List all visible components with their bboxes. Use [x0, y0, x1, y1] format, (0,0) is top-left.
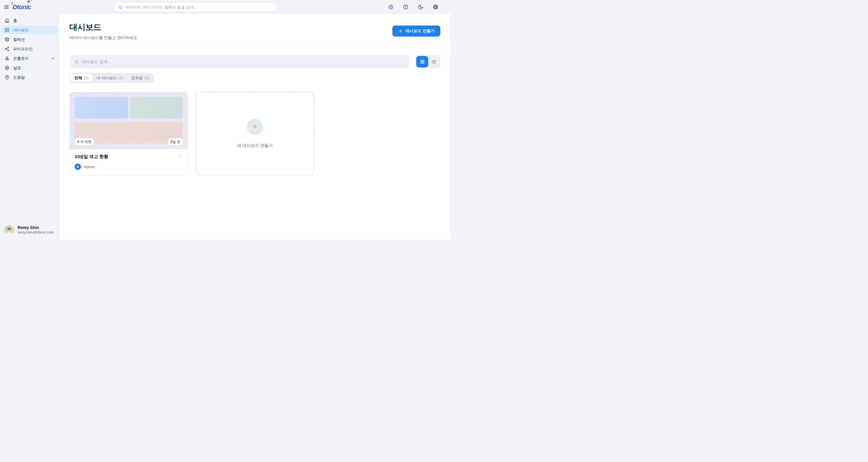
page-subtitle: 데이터 대시보드를 만들고 관리하세요 [69, 35, 440, 40]
create-dashboard-card[interactable]: 새 대시보드 만들기 [195, 92, 314, 175]
filter-tabs: 전체 (1) 내 대시보드 (1) 공유됨 (0) [69, 73, 154, 83]
preview-tiles [74, 97, 183, 144]
language-globe-icon[interactable] [433, 4, 438, 10]
card-menu-button[interactable] [177, 154, 183, 160]
home-icon [5, 18, 9, 23]
global-search-input[interactable] [125, 5, 273, 9]
dashboard-card-title: 리테일 재고 현황 [74, 154, 108, 160]
create-dashboard-button[interactable]: 대시보드 만들기 [392, 26, 440, 36]
dashboard-card-preview: 9 개 위젯 6일 전 [70, 92, 188, 149]
toolbar-row [69, 55, 440, 68]
logo-pixel [28, 1, 30, 3]
sidebar-item-label: 파이프라인 [13, 47, 33, 52]
topbar-icons [388, 0, 438, 14]
create-circle [247, 119, 263, 135]
create-dashboard-label: 대시보드 만들기 [405, 28, 435, 34]
tab-shared[interactable]: 공유됨 (0) [127, 74, 153, 82]
dashboard-card[interactable]: 9 개 위젯 6일 전 리테일 재고 현황 A Admin [69, 92, 188, 175]
page-title: 대시보드 [69, 22, 440, 33]
tab-my-dashboards[interactable]: 내 대시보드 (1) [92, 74, 127, 82]
sidebar: 홈 대시보드 컬렉션 파이프라인 온톨로지 설정 도움말 [0, 14, 59, 240]
create-dashboard-card-label: 새 대시보드 만들기 [237, 143, 273, 148]
help-circle-icon [5, 75, 9, 80]
sidebar-item-label: 온톨로지 [13, 56, 29, 61]
search-icon [118, 5, 123, 9]
owner-name: Admin [84, 165, 95, 169]
hamburger-menu-icon[interactable] [4, 4, 9, 10]
tab-label: 전체 [74, 75, 82, 81]
search-icon [74, 59, 79, 64]
sidebar-item-home[interactable]: 홈 [1, 17, 58, 25]
sidebar-item-label: 설정 [13, 65, 21, 70]
user-email: remy.shin@dtonic.com [18, 230, 54, 235]
main-panel: 대시보드 데이터 대시보드를 만들고 관리하세요 대시보드 만들기 [59, 14, 450, 240]
sidebar-item-collections[interactable]: 컬렉션 [1, 35, 58, 43]
logo-pixel [11, 3, 13, 4]
app-logo[interactable]: Dtonic [12, 3, 31, 11]
sidebar-item-pipelines[interactable]: 파이프라인 [1, 45, 58, 53]
logo-text: Dtonic [12, 3, 31, 11]
preview-tile-teal [130, 97, 183, 119]
sidebar-item-help[interactable]: 도움말 [1, 73, 58, 82]
owner-row: A Admin [74, 163, 183, 170]
dashboard-card-grid: 9 개 위젯 6일 전 리테일 재고 현황 A Admin [69, 92, 440, 175]
global-search[interactable] [114, 3, 277, 12]
dashboard-card-footer: 리테일 재고 현황 A Admin [70, 149, 188, 175]
sidebar-item-dashboard[interactable]: 대시보드 [1, 26, 58, 34]
sidebar-item-label: 대시보드 [13, 28, 29, 33]
user-name: Remy Shin [18, 225, 54, 230]
grid-view-icon [420, 59, 425, 64]
info-icon[interactable] [403, 4, 408, 10]
user-avatar [4, 225, 14, 235]
dark-mode-moon-icon[interactable] [418, 4, 423, 10]
pipeline-share-icon [5, 47, 9, 51]
list-view-icon [431, 59, 436, 64]
list-view-button[interactable] [428, 56, 439, 67]
user-profile[interactable]: Remy Shin remy.shin@dtonic.com [0, 221, 59, 240]
grid-view-button[interactable] [416, 56, 428, 67]
logo-pixel [30, 0, 32, 1]
page-header: 대시보드 데이터 대시보드를 만들고 관리하세요 대시보드 만들기 [59, 14, 450, 48]
plus-icon [252, 124, 258, 130]
tab-count: (1) [84, 76, 88, 80]
sidebar-item-label: 홈 [13, 18, 17, 23]
layout-dashboard-icon [5, 28, 9, 32]
dashboard-search-input[interactable] [82, 59, 404, 64]
view-toggle [415, 55, 440, 68]
sidebar-nav: 홈 대시보드 컬렉션 파이프라인 온톨로지 설정 도움말 [0, 14, 59, 83]
owner-avatar: A [74, 163, 81, 170]
tab-label: 내 대시보드 [96, 75, 117, 81]
ontology-hexagons-icon [5, 56, 9, 61]
kebab-menu-icon [178, 155, 182, 159]
chevron-down-icon [51, 56, 55, 61]
ai-assistant-icon[interactable] [388, 4, 394, 10]
tab-count: (0) [145, 76, 149, 80]
sidebar-item-settings[interactable]: 설정 [1, 64, 58, 72]
settings-gear-icon [5, 65, 9, 70]
dashboard-content: 전체 (1) 내 대시보드 (1) 공유됨 (0) [59, 48, 450, 175]
topbar: Dtonic [0, 0, 450, 14]
widgets-count-badge: 9 개 위젯 [74, 138, 94, 146]
sidebar-item-ontology[interactable]: 온톨로지 [1, 54, 58, 63]
sidebar-item-label: 컬렉션 [13, 37, 25, 42]
tab-count: (1) [119, 76, 123, 80]
tab-label: 공유됨 [131, 75, 143, 81]
sidebar-item-label: 도움말 [13, 75, 25, 80]
plus-icon [398, 29, 403, 33]
preview-tile-blue [74, 97, 128, 119]
package-icon [5, 37, 9, 42]
tab-all[interactable]: 전체 (1) [70, 74, 92, 82]
dashboard-search[interactable] [69, 55, 409, 68]
updated-time-badge: 6일 전 [168, 138, 183, 146]
